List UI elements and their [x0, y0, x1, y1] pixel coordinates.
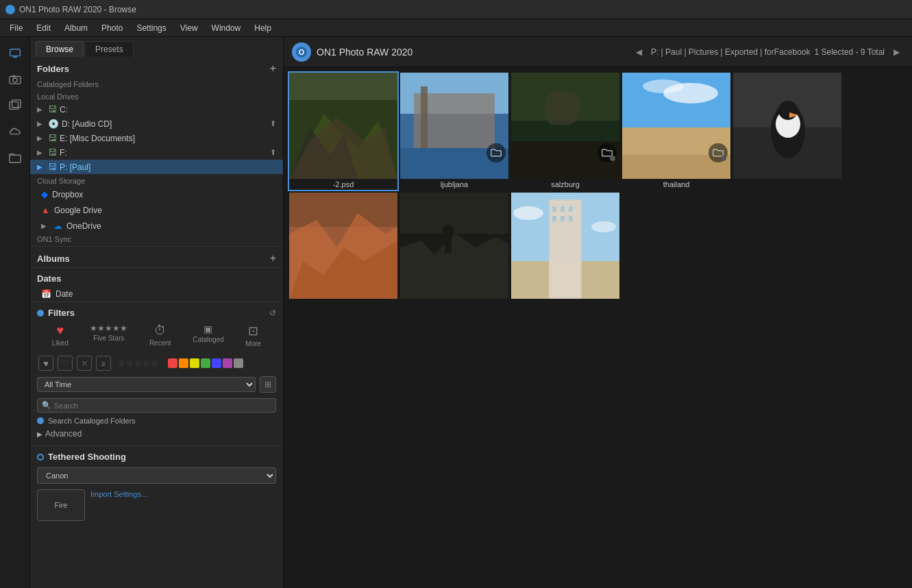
cloud-gdrive-label: Google Drive [54, 206, 102, 215]
photo-label-3: salzburg [511, 179, 619, 190]
drive-e[interactable]: ▶ 🖫 E: [Misc Documents] [30, 131, 283, 145]
albums-header: Albums + [30, 247, 283, 267]
fire-button[interactable]: Fire [37, 489, 85, 521]
filter-liked[interactable]: ♥ Liked [52, 323, 69, 347]
menu-photo[interactable]: Photo [95, 19, 130, 36]
albums-section: Albums + [30, 246, 283, 267]
filter-cataloged[interactable]: ▣ Cataloged [193, 323, 224, 347]
cloud-dropbox[interactable]: ◆ Dropbox [30, 186, 283, 202]
star-3[interactable]: ☆ [134, 358, 142, 368]
advanced-row[interactable]: ▶ Advanced [30, 426, 283, 441]
tethered-header: Tethered Shooting [30, 446, 283, 465]
folders-add-button[interactable]: + [270, 62, 276, 75]
recent-icon: ⏱ [154, 323, 167, 338]
chevron-icon: ▶ [37, 134, 45, 142]
menu-file[interactable]: File [3, 19, 29, 36]
svg-rect-55 [560, 216, 565, 221]
five-stars-label: Five Stars [93, 334, 124, 342]
swatch-orange[interactable] [179, 358, 188, 368]
filter-five-stars[interactable]: ★★★★★ Five Stars [90, 323, 127, 347]
photo-cell-1[interactable]: -2.psd [289, 73, 397, 190]
svg-rect-56 [569, 216, 573, 221]
filter-x-btn[interactable]: ✕ [77, 356, 92, 371]
albums-title: Albums [37, 254, 70, 264]
drive-c-label: C: [60, 105, 276, 114]
drive-p[interactable]: ▶ 🖫 P: [Paul] [30, 160, 283, 174]
menu-view[interactable]: View [173, 19, 205, 36]
filter-more[interactable]: ⊡ More [245, 323, 261, 347]
photo-image-7 [400, 193, 508, 299]
filter-recent[interactable]: ⏱ Recent [149, 323, 171, 347]
photo-cell-3[interactable]: salzburg [511, 73, 619, 190]
tethered-content: Canon Fire Import Settings... [30, 465, 283, 526]
swatch-green[interactable] [201, 358, 210, 368]
drive-d[interactable]: ▶ 💿 D: [Audio CD] ⬆ [30, 117, 283, 131]
selection-info: 1 Selected - 9 Total [814, 47, 885, 57]
menu-help[interactable]: Help [247, 19, 278, 36]
filters-reset-button[interactable]: ↺ [269, 308, 276, 318]
nav-forward-button[interactable]: ▶ [889, 45, 904, 60]
photo-image-3 [511, 73, 619, 179]
sidebar: Browse Presets Folders + Cataloged Folde… [30, 37, 284, 588]
photo-cell-8[interactable] [511, 193, 619, 302]
photo-cell-5[interactable] [733, 73, 841, 190]
cataloged-label: Cataloged [193, 336, 224, 343]
color-swatches [168, 358, 243, 368]
menu-settings[interactable]: Settings [130, 19, 173, 36]
swatch-gray[interactable] [234, 358, 243, 368]
photo-label-5 [733, 179, 841, 182]
photo-cell-6[interactable] [289, 193, 397, 302]
photo-cell-7[interactable] [400, 193, 508, 302]
star-4[interactable]: ☆ [143, 358, 150, 368]
onedrive-icon: ☁ [53, 221, 62, 231]
swatch-yellow[interactable] [190, 358, 199, 368]
iconbar-folders[interactable] [3, 145, 27, 170]
photo-cell-2[interactable]: ljubljana [400, 73, 508, 190]
upload-icon: ⬆ [270, 148, 276, 157]
chevron-icon: ▶ [37, 149, 45, 156]
swatch-blue[interactable] [212, 358, 221, 368]
drive-f[interactable]: ▶ 🖫 F: ⬆ [30, 145, 283, 160]
iconbar-camera[interactable] [3, 67, 27, 92]
iconbar-monitor[interactable] [3, 41, 27, 66]
iconbar-gallery[interactable] [3, 93, 27, 118]
titlebar-title: ON1 Photo RAW 2020 - Browse [19, 5, 136, 14]
svg-rect-54 [552, 216, 556, 221]
menu-window[interactable]: Window [205, 19, 248, 36]
filters-section: Filters ↺ ♥ Liked ★★★★★ Five Stars ⏱ Rec… [30, 302, 283, 445]
date-item[interactable]: 📅 Date [30, 286, 283, 302]
star-1[interactable]: ☆ [118, 358, 125, 368]
albums-add-button[interactable]: + [270, 252, 276, 265]
grid-view-button[interactable]: ⊞ [260, 376, 276, 393]
swatch-red[interactable] [168, 358, 177, 368]
svg-rect-14 [289, 73, 397, 100]
star-5[interactable]: ☆ [151, 358, 158, 368]
filter-outline-heart-btn[interactable]: ♡ [58, 356, 73, 371]
tab-presets[interactable]: Presets [85, 41, 134, 57]
search-input[interactable] [54, 402, 271, 410]
tab-browse[interactable]: Browse [36, 41, 84, 57]
drive-icon: 💿 [48, 119, 59, 129]
cloud-gdrive[interactable]: ▲ Google Drive [30, 202, 283, 218]
dates-section: Dates 📅 Date [30, 267, 283, 302]
menu-edit[interactable]: Edit [29, 19, 58, 36]
photo-label-7 [400, 299, 508, 302]
filter-gte-btn[interactable]: ≥ [96, 356, 111, 371]
tethered-status-icon [37, 454, 44, 461]
nav-back-button[interactable]: ◀ [632, 45, 647, 60]
iconbar-cloud[interactable] [3, 119, 27, 144]
tethered-camera-select[interactable]: Canon [37, 467, 276, 484]
drive-c[interactable]: ▶ 🖫 C: [30, 102, 283, 117]
swatch-purple[interactable] [223, 358, 232, 368]
svg-rect-7 [12, 100, 21, 108]
calendar-icon: 📅 [41, 289, 51, 299]
cloud-onedrive[interactable]: ▶ ☁ OneDrive [30, 218, 283, 234]
filter-heart-btn[interactable]: ♥ [38, 356, 53, 371]
time-select[interactable]: All Time [37, 377, 256, 392]
star-2[interactable]: ☆ [126, 358, 134, 368]
photo-cell-4[interactable]: thailand [622, 73, 730, 190]
import-settings-link[interactable]: Import Settings... [90, 487, 147, 501]
dates-title: Dates [37, 273, 61, 284]
menu-album[interactable]: Album [58, 19, 95, 36]
filter-time-row: All Time ⊞ [30, 373, 283, 395]
